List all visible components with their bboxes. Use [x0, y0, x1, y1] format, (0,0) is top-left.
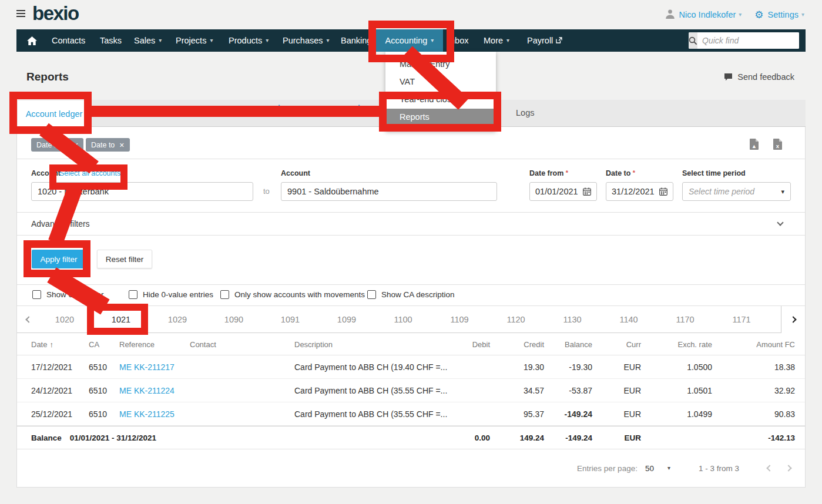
reset-filter-button[interactable]: Reset filter — [97, 250, 152, 268]
account-tab-1100[interactable]: 1100 — [375, 306, 431, 333]
pagination-prev-icon[interactable] — [766, 465, 773, 471]
pagination-range: 1 - 3 from 3 — [699, 464, 739, 473]
chevron-right-icon — [790, 316, 796, 322]
balance-period: 01/01/2021 - 31/12/2021 — [70, 434, 156, 442]
checkbox-icon[interactable] — [220, 290, 229, 299]
add-tab-icon[interactable]: + — [276, 102, 282, 113]
chevron-left-icon[interactable] — [25, 316, 32, 322]
account-tab-1029[interactable]: 1029 — [149, 306, 206, 333]
nav-payroll[interactable]: Payroll — [527, 29, 562, 52]
checkbox-options-row: Show carry over Hide 0-value entries Onl… — [17, 285, 805, 306]
checkbox-show-ca-description[interactable]: Show CA description — [367, 290, 455, 299]
col-ca[interactable]: CA — [89, 340, 119, 349]
nav-contacts[interactable]: Contacts — [52, 29, 85, 52]
nav-products[interactable]: Products▾ — [229, 29, 269, 52]
filter-chip-date-to[interactable]: Date to × — [86, 138, 130, 152]
account-from-input[interactable] — [31, 182, 253, 201]
chevron-down-icon[interactable] — [777, 219, 783, 226]
filter-buttons-row: Apply filter Reset filter — [17, 236, 805, 285]
col-contact[interactable]: Contact — [190, 340, 294, 349]
account-number-tabs: 1020 1021 1029 1090 1091 1099 1100 1109 … — [17, 306, 805, 333]
nav-purchases[interactable]: Purchases▾ — [283, 29, 330, 52]
close-icon[interactable]: × — [119, 141, 124, 149]
calendar-icon — [659, 187, 667, 196]
menu-item-manual-entry[interactable]: Manual Entry — [385, 55, 496, 73]
account-tab-1130[interactable]: 1130 — [544, 306, 600, 333]
reference-link[interactable]: ME KK-211217 — [119, 362, 190, 372]
checkbox-hide-0-value[interactable]: Hide 0-value entries — [129, 290, 213, 299]
checkbox-only-movements[interactable]: Only show accounts with movements — [220, 290, 365, 299]
export-excel-icon[interactable]: x — [773, 139, 782, 150]
menu-item-year-end-closing[interactable]: Year-end closing — [385, 90, 496, 108]
nav-sales[interactable]: Sales▾ — [134, 29, 162, 52]
account-tabs-next-button[interactable] — [781, 306, 805, 333]
nav-inbox[interactable]: Inbox — [448, 29, 468, 52]
date-from-input[interactable]: 01/01/2021 — [529, 182, 597, 201]
reference-link[interactable]: ME KK-211225 — [119, 409, 190, 419]
chevron-down-icon: ▾ — [327, 38, 330, 43]
time-period-select[interactable]: Select time period ▾ — [682, 182, 791, 201]
nav-tasks[interactable]: Tasks — [100, 29, 122, 52]
hamburger-menu-icon[interactable] — [16, 10, 25, 19]
col-curr[interactable]: Curr — [592, 340, 641, 349]
col-balance[interactable]: Balance — [544, 340, 592, 349]
add-tab-icon[interactable]: + — [356, 102, 362, 113]
entries-per-page-value[interactable]: 50 — [645, 464, 654, 473]
filter-form-row: Account Select all accounts to Account D… — [17, 159, 805, 213]
send-feedback-button[interactable]: Send feedback — [724, 72, 794, 82]
nav-projects[interactable]: Projects▾ — [176, 29, 213, 52]
reference-link[interactable]: ME KK-211224 — [119, 386, 190, 395]
filter-chip-date-from[interactable]: Date from × — [31, 138, 83, 152]
pagination-next-icon[interactable] — [785, 465, 791, 471]
tab-logs[interactable]: Logs — [516, 108, 534, 117]
chevron-down-icon: ▾ — [801, 12, 804, 18]
search-input[interactable] — [697, 32, 799, 49]
nav-home[interactable] — [27, 29, 37, 52]
account-tab-1099[interactable]: 1099 — [318, 306, 375, 333]
topbar: bexio Nico Indlekofer ▾ ⚙ Settings ▾ — [0, 0, 822, 29]
table-row: 24/12/2021 6510 ME KK-211224 Card Paymen… — [17, 379, 805, 402]
account-tab-1020[interactable]: 1020 — [36, 306, 93, 333]
account-tab-1109[interactable]: 1109 — [431, 306, 488, 333]
col-date[interactable]: Date↑ — [31, 340, 89, 349]
nav-banking[interactable]: Banking — [341, 29, 371, 52]
close-icon[interactable]: × — [73, 141, 78, 149]
nav-accounting-active[interactable]: Accounting▾ — [376, 29, 443, 52]
table-header: Date↑ CA Reference Contact Description D… — [17, 333, 805, 355]
account-tab-1091[interactable]: 1091 — [262, 306, 318, 333]
checkbox-icon[interactable] — [129, 290, 137, 299]
tab-account-ledger[interactable]: Account ledger — [18, 100, 90, 127]
col-reference[interactable]: Reference — [119, 340, 190, 349]
user-avatar-icon — [665, 9, 675, 21]
nav-more[interactable]: More▾ — [484, 29, 509, 52]
select-all-accounts-link[interactable]: Select all accounts — [59, 169, 120, 177]
account-to-input[interactable] — [281, 182, 497, 201]
checkbox-show-carry-over[interactable]: Show carry over — [32, 290, 104, 299]
chevron-down-icon[interactable]: ▾ — [667, 465, 670, 471]
checkbox-icon[interactable] — [32, 290, 41, 299]
col-amount-fc[interactable]: Amount FC — [712, 340, 795, 349]
settings-menu[interactable]: Settings — [768, 10, 798, 19]
col-debit[interactable]: Debit — [453, 340, 490, 349]
user-menu[interactable]: Nico Indlekofer — [679, 10, 736, 19]
export-pdf-icon[interactable]: ▴ — [750, 139, 759, 150]
account-tab-1140[interactable]: 1140 — [600, 306, 657, 333]
bexio-logo: bexio — [32, 2, 79, 25]
advanced-filters-row[interactable]: Advanced filters — [17, 213, 805, 236]
apply-filter-button[interactable]: Apply filter — [32, 250, 86, 268]
col-description[interactable]: Description — [294, 340, 453, 349]
menu-item-vat[interactable]: VAT — [385, 73, 496, 90]
checkbox-icon[interactable] — [367, 290, 376, 299]
main-navbar: Contacts Tasks Sales▾ Projects▾ Products… — [16, 29, 806, 52]
col-exch-rate[interactable]: Exch. rate — [641, 340, 712, 349]
account-tab-1171[interactable]: 1171 — [713, 306, 770, 333]
col-credit[interactable]: Credit — [490, 340, 544, 349]
chevron-down-icon: ▾ — [431, 38, 434, 43]
date-to-input[interactable]: 31/12/2021 — [606, 182, 673, 201]
account-tab-1170[interactable]: 1170 — [657, 306, 713, 333]
menu-item-reports[interactable]: Reports — [386, 109, 495, 125]
account-tab-1021-selected[interactable]: 1021 — [93, 306, 149, 333]
account-tab-1090[interactable]: 1090 — [206, 306, 262, 333]
page-title: Reports — [26, 70, 69, 83]
account-tab-1120[interactable]: 1120 — [488, 306, 544, 333]
